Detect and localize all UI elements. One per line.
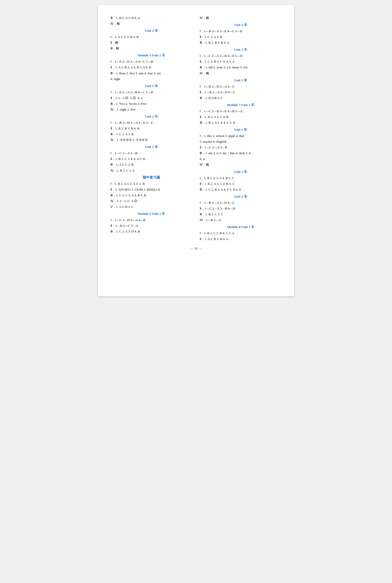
section-title: Unit 2 ①: [200, 169, 282, 175]
answer-line: Ⅱ．1. B 2. A 3. C 4. B 5. C: [200, 181, 282, 187]
section-title: Unit 1 ②: [110, 83, 192, 89]
section-title: Unit 2 ②: [200, 194, 282, 200]
answer-line: Ⅰ．1. A 2. C 3. B 4. B: [110, 34, 192, 40]
answer-line: Ⅰ．1. this 2. school 3. pupil 4. that: [200, 133, 282, 139]
answer-line: Ⅳ．1. ①④③② 2. ①③④②: [110, 137, 192, 143]
answer-line: Ⅱ．1. B 2. C 3. E 4. A 5. D: [110, 156, 192, 162]
answer-line: Ⅱ．1. AFGIKO 2. CEJM 3. BDHLLN: [110, 187, 192, 192]
right-column: Ⅳ．略Unit 1 ②Ⅰ．1—B 2—A 3—E 4—C 5—DⅡ．1. C 2…: [200, 15, 282, 242]
answer-line: Ⅳ．1. B 2. C 3. A: [110, 168, 192, 173]
answer-line: Ⅰ．1. B 2. C 3. B 4. C 5. A: [200, 231, 282, 236]
answer-line: Ⅱ．1. A 2. B 3. B 4. A: [200, 236, 282, 242]
answer-line: 6. eight: [110, 76, 192, 82]
answer-line: Ⅰ．1—E 2—A 3—B 4—C 5—D: [110, 90, 192, 95]
answer-line: Ⅲ．1. three 2. five 3. one 4. four 5. six: [110, 71, 192, 76]
answer-line: Ⅱ．1.☺ 2.☹ 3.☹ 4.☺: [110, 95, 192, 101]
answer-line: Ⅲ．1. C 2. A 3. B: [110, 132, 192, 137]
answer-line: Ⅲ．略: [110, 46, 192, 51]
section-title: Unit 2 ①: [110, 114, 192, 120]
section-title: Module 7 Unit 1 ①: [200, 102, 282, 108]
answer-line: Ⅳ．1.☺ 2.☺ 3.☹: [110, 198, 192, 204]
section-title: Module 5 Unit 1 ①: [110, 53, 192, 58]
answer-line: Ⅰ．1—B 2—D 3—A 4—E 5—C: [110, 120, 192, 126]
section-title: 期中复习题: [110, 175, 192, 181]
answer-line: Ⅳ．略: [200, 162, 282, 167]
answer-line: Ⅲ．1. B 2. C 3. C: [200, 212, 282, 217]
answer-line: Ⅰ．1—C 2—D 3—E 4—B 5—A: [200, 109, 282, 114]
section-title: Unit 2 ②: [110, 144, 192, 150]
answer-line: Ⅴ．1. A 2. B 3. C: [110, 204, 192, 210]
answer-line: Ⅰ．1—B 2—A 3—E 4—C 5—D: [200, 29, 282, 34]
section-title: Module 8 Unit 1 ①: [200, 224, 282, 230]
answer-line: Ⅱ．1—B 2—C 3—A: [110, 223, 192, 229]
section-title: Unit 1 ②: [200, 22, 282, 28]
answer-line: Ⅲ．1. am 2. is 3. are；fine 4. desk 5. is: [200, 150, 282, 156]
answer-line: Ⅲ．1. Two 2. Seven 3. Five: [110, 101, 192, 107]
page-number: — 30 —: [110, 246, 282, 250]
answer-line: Ⅲ．1. C 2. B 3. A 4. F 5. D 6. E: [200, 187, 282, 192]
answer-line: Ⅳ．1. eight 2. five: [110, 107, 192, 112]
answer-line: Ⅲ．1. old 2. your 3. a 4. many 5. too: [200, 65, 282, 70]
answer-line: Ⅱ．1—C 2—A 3—B: [200, 145, 282, 150]
answer-line: Ⅰ．1—C 2—A 3—B: [110, 150, 192, 156]
answer-line: Ⅰ．1—C 2—A 3—B 4—E 5—D: [200, 53, 282, 59]
section-title: Unit 2 ②: [200, 78, 282, 83]
answer-line: Ⅳ．1—B 2—A: [200, 217, 282, 223]
answer-line: Ⅳ．略: [200, 71, 282, 76]
answer-line: Ⅲ．1. A 2. C 3. B: [110, 162, 192, 167]
answer-line: Ⅲ．1. C 2. A 3. D 4. B: [110, 229, 192, 234]
answer-line: Ⅰ．1—B 2—D 3—A 4—C: [200, 84, 282, 89]
answer-line: Ⅱ．略: [110, 40, 192, 46]
answer-line: 6. is: [200, 156, 282, 162]
section-title: Unit 1 ②: [200, 127, 282, 133]
answer-line: Ⅲ．1. B 2. A 3. B 4. A: [110, 15, 192, 21]
section-title: Unit 2 ①: [200, 47, 282, 53]
answer-line: Ⅰ．1—C 2—D 3—A 4—B: [110, 217, 192, 223]
answer-line: Ⅱ．1. C 2. B 3. C 4. A 5. A: [200, 59, 282, 64]
answer-line: Ⅲ．1. D A B 2. C: [200, 95, 282, 101]
answer-line: Ⅱ．1. B 2. B 3. B 4. B: [110, 126, 192, 131]
answer-line: Ⅰ．1—E 2—D 3—A 4—C 5—B: [110, 59, 192, 64]
content-columns: Ⅲ．1. B 2. A 3. B 4. AⅣ．略Unit 2 ②Ⅰ．1. A 2…: [110, 15, 282, 242]
answer-line: Ⅲ．1. B 2. A 3. E 4. C 5. D: [200, 120, 282, 126]
answer-line: Ⅳ．略: [110, 21, 192, 27]
answer-line: Ⅲ．1. C 2. C 3. A 4. B 5. B: [110, 193, 192, 198]
section-title: Module 6 Unit 1 ①: [110, 211, 192, 217]
answer-line: 5. teacher 6. English: [200, 139, 282, 145]
answer-line: Ⅰ．1—B 2—A 3—D 4—C: [200, 200, 282, 206]
answer-line: Ⅱ．1. C 2. A 3. B: [200, 34, 282, 40]
answer-line: Ⅱ．1—B 2—A 3—D 4—C: [200, 90, 282, 95]
answer-line: Ⅳ．略: [200, 15, 282, 21]
left-column: Ⅲ．1. B 2. A 3. B 4. AⅣ．略Unit 2 ②Ⅰ．1. A 2…: [110, 15, 192, 242]
answer-line: Ⅱ．1. D 2. A 3. C 4. B: [200, 114, 282, 120]
page: Ⅲ．1. B 2. A 3. B 4. AⅣ．略Unit 2 ②Ⅰ．1. A 2…: [98, 5, 294, 296]
answer-line: Ⅰ．1. B 2. C 3. A 4. B 5. C: [200, 175, 282, 181]
answer-line: Ⅲ．1. B 2. B 3. B 4. A: [200, 40, 282, 46]
answer-line: Ⅰ．1. B 2. A 3. C 4. C 5. B: [110, 181, 192, 187]
answer-line: Ⅱ．1—C 2—A 3—B 4—D: [200, 206, 282, 211]
section-title: Unit 2 ②: [110, 28, 192, 34]
answer-line: Ⅱ．1. A 2. B 3. A 4. B 5. A 6. B: [110, 65, 192, 70]
